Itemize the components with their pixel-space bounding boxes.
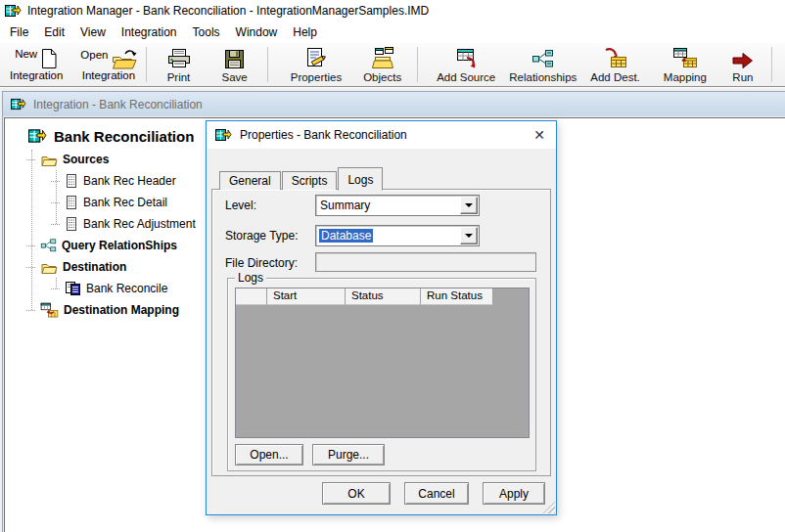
tree-item-label: Bank Rec Detail bbox=[83, 196, 167, 209]
new-integration-label-1: New bbox=[15, 48, 37, 60]
menu-item-view[interactable]: View bbox=[72, 22, 114, 42]
add-source-button[interactable]: Add Source bbox=[433, 45, 499, 84]
logs-table-header: Start Status Run Status bbox=[236, 288, 529, 305]
open-button[interactable]: Open... bbox=[235, 444, 303, 466]
properties-dialog: Properties - Bank Reconciliation ✕ Gener… bbox=[206, 120, 557, 515]
dialog-tabs: General Scripts Logs bbox=[219, 166, 383, 190]
print-label: Print bbox=[167, 71, 191, 83]
app-icon bbox=[11, 98, 26, 111]
menu-item-file[interactable]: File bbox=[2, 22, 36, 42]
document-icon bbox=[65, 173, 78, 189]
open-integration-icon bbox=[112, 49, 137, 69]
logs-tab-panel: Level: Summary Storage Type: Database Fi… bbox=[211, 189, 551, 476]
print-icon bbox=[167, 48, 191, 69]
tree-root-label: Bank Reconciliation bbox=[54, 128, 194, 145]
menu-item-tools[interactable]: Tools bbox=[185, 22, 228, 42]
level-combobox[interactable]: Summary bbox=[315, 195, 480, 216]
tree-item-label: Destination bbox=[63, 260, 126, 274]
add-source-icon bbox=[454, 47, 478, 69]
run-button[interactable]: Run bbox=[728, 45, 758, 84]
menu-item-integration[interactable]: Integration bbox=[114, 22, 185, 42]
chevron-down-icon[interactable] bbox=[460, 197, 478, 214]
toolbar-separator bbox=[771, 47, 772, 82]
properties-icon bbox=[305, 47, 327, 69]
cancel-button[interactable]: Cancel bbox=[404, 482, 469, 505]
tree-connector bbox=[56, 278, 57, 288]
save-button[interactable]: Save bbox=[218, 45, 252, 84]
relationships-label: Relationships bbox=[509, 71, 577, 83]
tab-scripts[interactable]: Scripts bbox=[282, 171, 338, 190]
window-title: Integration Manager - Bank Reconciliatio… bbox=[27, 4, 429, 18]
objects-label: Objects bbox=[363, 71, 401, 83]
add-dest-label: Add Dest. bbox=[590, 71, 640, 83]
mapping-icon bbox=[40, 302, 59, 319]
logs-listview: Start Status Run Status bbox=[235, 288, 530, 438]
add-source-label: Add Source bbox=[437, 71, 495, 83]
tree-item-label: Bank Reconcile bbox=[86, 282, 167, 295]
column-header-run-status[interactable]: Run Status bbox=[421, 288, 493, 305]
tab-logs[interactable]: Logs bbox=[338, 167, 383, 191]
storage-type-combobox[interactable]: Database bbox=[315, 225, 480, 246]
tree-item-label: Query RelationShips bbox=[62, 239, 177, 252]
add-dest-button[interactable]: Add Dest. bbox=[586, 45, 644, 84]
relationships-icon bbox=[531, 48, 554, 69]
mapping-button[interactable]: Mapping bbox=[660, 45, 711, 84]
chevron-down-icon[interactable] bbox=[460, 227, 478, 244]
tab-general[interactable]: General bbox=[219, 171, 281, 190]
storage-type-value: Database bbox=[319, 229, 373, 243]
column-header-start[interactable]: Start bbox=[267, 288, 346, 305]
save-icon bbox=[224, 49, 245, 69]
tree-connector bbox=[31, 150, 32, 310]
ok-button[interactable]: OK bbox=[322, 482, 391, 505]
document-window-title: Integration - Bank Reconciliation bbox=[33, 98, 203, 111]
apply-button[interactable]: Apply bbox=[483, 482, 545, 505]
toolbar: New Integration Open Integration Print S… bbox=[0, 43, 785, 87]
properties-button[interactable]: Properties bbox=[287, 45, 346, 84]
column-header-filler bbox=[493, 288, 529, 305]
mapping-label: Mapping bbox=[664, 71, 707, 83]
relationships-button[interactable]: Relationships bbox=[505, 45, 580, 84]
open-integration-button[interactable]: Open Integration bbox=[78, 48, 138, 82]
add-dest-icon bbox=[604, 47, 627, 69]
app-icon bbox=[5, 4, 22, 18]
column-header-blank[interactable] bbox=[236, 288, 267, 305]
new-integration-label-2: Integration bbox=[10, 69, 63, 81]
tree-item-label: Bank Rec Adjustment bbox=[83, 217, 196, 231]
dialog-titlebar: Properties - Bank Reconciliation ✕ bbox=[207, 121, 556, 149]
app-icon bbox=[215, 128, 232, 142]
tree-item-label: Sources bbox=[63, 153, 109, 166]
menu-item-window[interactable]: Window bbox=[228, 22, 286, 42]
new-integration-button[interactable]: New Integration bbox=[8, 47, 65, 82]
column-header-status[interactable]: Status bbox=[346, 288, 421, 305]
menu-item-edit[interactable]: Edit bbox=[36, 22, 72, 42]
mapping-icon bbox=[672, 47, 698, 69]
objects-button[interactable]: Objects bbox=[359, 45, 405, 84]
print-button[interactable]: Print bbox=[163, 45, 195, 84]
document-icon bbox=[65, 216, 78, 232]
run-label: Run bbox=[732, 71, 753, 83]
level-value: Summary bbox=[320, 199, 370, 212]
open-integration-label-2: Integration bbox=[82, 69, 135, 81]
purge-button[interactable]: Purge... bbox=[312, 444, 385, 466]
menu-item-help[interactable]: Help bbox=[285, 22, 325, 42]
window-titlebar: Integration Manager - Bank Reconciliatio… bbox=[0, 0, 785, 22]
objects-icon bbox=[371, 47, 394, 69]
app-icon bbox=[28, 128, 47, 144]
tree-connector bbox=[56, 170, 57, 224]
level-label: Level: bbox=[225, 199, 256, 212]
save-label: Save bbox=[222, 71, 248, 83]
folder-icon bbox=[40, 153, 58, 167]
tables-icon bbox=[65, 281, 81, 296]
storage-type-label: Storage Type: bbox=[225, 229, 299, 243]
toolbar-separator bbox=[146, 47, 147, 82]
toolbar-separator bbox=[417, 47, 418, 82]
close-icon[interactable]: ✕ bbox=[523, 121, 556, 149]
file-directory-input[interactable] bbox=[315, 252, 536, 272]
folder-icon bbox=[40, 260, 58, 275]
menu-bar: File Edit View Integration Tools Window … bbox=[0, 22, 785, 43]
toolbar-separator bbox=[267, 47, 268, 82]
file-directory-label: File Directory: bbox=[225, 256, 298, 270]
tree-item-label: Bank Rec Header bbox=[83, 174, 176, 188]
document-window-titlebar: Integration - Bank Reconciliation bbox=[3, 92, 785, 116]
properties-label: Properties bbox=[291, 71, 342, 83]
